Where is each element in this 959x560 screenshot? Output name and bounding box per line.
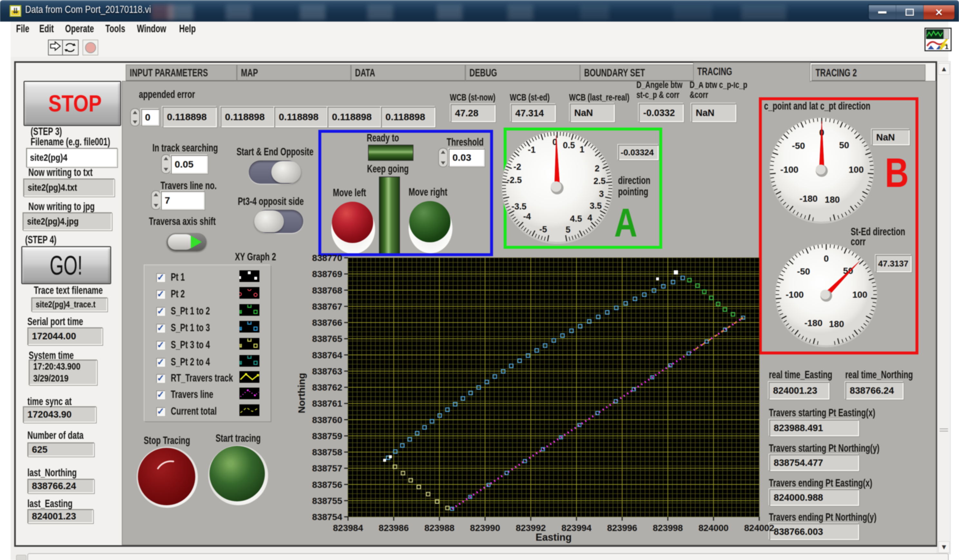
svg-text:-50: -50 [792, 141, 805, 151]
svg-text:180: 180 [829, 319, 844, 329]
svg-text:100: 100 [849, 165, 864, 175]
svg-text:838762: 838762 [312, 382, 342, 393]
svg-text:838757: 838757 [312, 463, 342, 473]
svg-text:838755: 838755 [312, 496, 342, 506]
svg-text:50: 50 [839, 140, 849, 150]
svg-text:-4: -4 [523, 212, 531, 221]
svg-text:838768: 838768 [312, 285, 342, 296]
svg-text:838758: 838758 [312, 447, 342, 457]
svg-text:-5: -5 [539, 224, 547, 234]
svg-text:3: 3 [599, 189, 604, 199]
svg-text:823988: 823988 [424, 523, 454, 533]
svg-text:3.5: 3.5 [590, 201, 602, 211]
svg-text:4: 4 [588, 213, 592, 223]
svg-text:-100: -100 [785, 290, 804, 300]
svg-text:2.5: 2.5 [594, 176, 606, 186]
svg-text:838763: 838763 [312, 366, 342, 376]
svg-text:-50: -50 [797, 266, 810, 277]
svg-text:100: 100 [852, 290, 868, 300]
svg-text:2: 2 [595, 164, 600, 173]
svg-text:-1: -1 [528, 145, 535, 155]
svg-text:1: 1 [579, 145, 584, 154]
svg-text:0.5: 0.5 [563, 140, 575, 150]
svg-text:838765: 838765 [312, 334, 342, 344]
svg-text:838767: 838767 [312, 302, 342, 312]
svg-text:838770: 838770 [312, 253, 342, 263]
svg-text:-180: -180 [804, 318, 822, 328]
svg-text:823996: 823996 [607, 523, 637, 533]
svg-text:838760: 838760 [312, 415, 342, 425]
svg-text:838754: 838754 [312, 512, 342, 522]
svg-text:838769: 838769 [312, 269, 342, 279]
svg-text:823984: 823984 [333, 523, 363, 533]
svg-text:838766: 838766 [312, 318, 342, 328]
svg-text:823998: 823998 [653, 523, 683, 533]
svg-text:838756: 838756 [312, 480, 342, 490]
svg-text:-2: -2 [513, 162, 521, 172]
svg-text:824000: 824000 [698, 523, 728, 533]
svg-text:4.5: 4.5 [570, 214, 582, 224]
svg-text:Northing: Northing [296, 373, 307, 414]
svg-text:823986: 823986 [379, 523, 409, 533]
svg-text:-3.5: -3.5 [511, 202, 527, 212]
svg-text:5: 5 [566, 225, 570, 235]
svg-text:-100: -100 [781, 165, 798, 175]
svg-text:838759: 838759 [312, 431, 342, 441]
svg-text:838761: 838761 [312, 399, 342, 409]
svg-text:838764: 838764 [312, 350, 342, 360]
svg-text:-180: -180 [800, 194, 817, 204]
svg-text:824002: 824002 [744, 523, 774, 533]
svg-text:0: 0 [824, 254, 829, 264]
svg-text:-2.5: -2.5 [507, 175, 522, 185]
svg-text:180: 180 [825, 195, 840, 205]
svg-text:823990: 823990 [470, 523, 500, 533]
svg-text:Easting: Easting [535, 531, 572, 543]
